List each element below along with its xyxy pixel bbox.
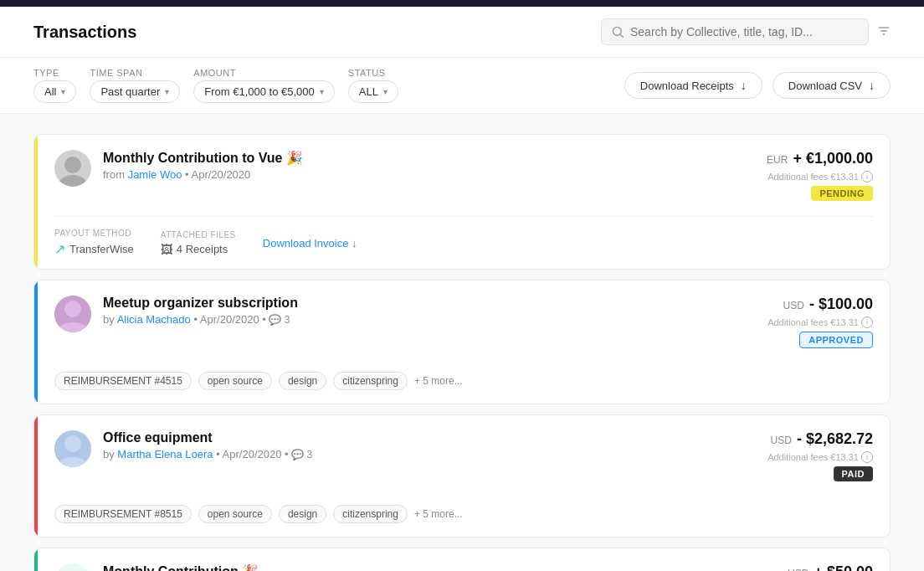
- chevron-down-icon: ▾: [320, 87, 324, 96]
- tx-content: Monthly Contribution to Vue 🎉 from Jamie…: [38, 135, 890, 269]
- download-csv-icon: ↓: [869, 79, 875, 92]
- tx-amount: - $100.00: [809, 296, 873, 313]
- tags-row: REIMBURSEMENT #8515 open source design c…: [38, 496, 890, 537]
- tx-main-row: Monthly Contribution 🎉 from Funds for go…: [38, 548, 890, 571]
- search-container: [601, 18, 891, 45]
- tx-from-link[interactable]: Jamie Woo: [128, 168, 182, 181]
- comment-icon: 💬 3: [291, 449, 312, 460]
- tag: open source: [198, 372, 272, 390]
- filter-icon[interactable]: [877, 24, 891, 40]
- status-badge: PAID: [834, 466, 873, 481]
- tx-content: Meetup organizer subscription by Alicia …: [38, 280, 890, 404]
- transaction-card: Monthly Contribution to Vue 🎉 from Jamie…: [33, 134, 891, 270]
- filter-status-value: ALL: [359, 85, 378, 98]
- page-title: Transactions: [33, 23, 136, 42]
- tx-inner: Monthly Contribution to Vue 🎉 from Jamie…: [34, 135, 890, 269]
- tag: open source: [198, 505, 272, 523]
- filter-type-value: All: [44, 85, 56, 98]
- status-badge: APPROVED: [799, 332, 873, 348]
- tx-content: Office equipment by Martha Elena Loera •…: [38, 415, 890, 537]
- tx-sub: by Martha Elena Loera • Apr/20/2020 • 💬 …: [103, 448, 756, 460]
- tx-amount-area: USD + $50.00 Additional fees €13.31 i CO…: [767, 563, 873, 571]
- filter-status-label: STATUS: [348, 68, 395, 78]
- tx-currency: USD: [788, 568, 808, 571]
- attached-files-value: 🖼 4 Receipts: [161, 243, 236, 256]
- reimbursement-tag: REIMBURSEMENT #4515: [54, 372, 192, 390]
- tx-content: Monthly Contribution 🎉 from Funds for go…: [38, 548, 890, 571]
- search-input[interactable]: [630, 25, 858, 39]
- tx-main-row: Monthly Contribution to Vue 🎉 from Jamie…: [38, 135, 890, 216]
- download-csv-label: Download CSV: [788, 80, 862, 92]
- download-receipts-label: Download Receipts: [640, 80, 734, 92]
- tx-inner: Monthly Contribution 🎉 from Funds for go…: [34, 548, 890, 571]
- reimbursement-tag: REIMBURSEMENT #8515: [54, 505, 192, 523]
- status-badge: PENDING: [811, 186, 873, 201]
- tx-inner: Office equipment by Martha Elena Loera •…: [34, 415, 890, 537]
- filter-timespan-select[interactable]: Past quarter ▾: [90, 80, 180, 103]
- svg-line-1: [620, 34, 623, 37]
- chevron-down-icon: ▾: [383, 87, 388, 96]
- tx-info: Meetup organizer subscription by Alicia …: [103, 296, 756, 326]
- tx-currency: EUR: [767, 154, 788, 166]
- filter-amount-label: AMOUNT: [193, 68, 331, 78]
- tx-from-link[interactable]: Alicia Machado: [117, 313, 191, 326]
- filter-type-select[interactable]: All ▾: [33, 80, 76, 103]
- tx-amount: + €1,000.00: [793, 150, 873, 167]
- tx-meta-row: PAYOUT METHOD ↗ TransferWise ATTACHED FI…: [38, 217, 890, 269]
- transaction-card: Meetup organizer subscription by Alicia …: [33, 280, 891, 404]
- attached-files-group: ATTACHED FILES 🖼 4 Receipts: [161, 230, 236, 256]
- top-bar: [0, 0, 924, 7]
- tx-fees: Additional fees €13.31 i: [767, 171, 873, 183]
- avatar: [54, 430, 91, 467]
- tx-amount-area: USD - $100.00 Additional fees €13.31 i A…: [767, 296, 873, 348]
- transaction-card: Monthly Contribution 🎉 from Funds for go…: [33, 548, 891, 571]
- tx-amount: + $50.00: [814, 563, 873, 571]
- tx-title: Monthly Contribution 🎉: [103, 563, 756, 571]
- tx-inner: Meetup organizer subscription by Alicia …: [34, 280, 890, 404]
- tx-main-row: Office equipment by Martha Elena Loera •…: [38, 415, 890, 496]
- tags-row: REIMBURSEMENT #4515 open source design c…: [38, 363, 890, 404]
- chevron-down-icon: ▾: [61, 87, 65, 96]
- transaction-card: Office equipment by Martha Elena Loera •…: [33, 414, 891, 538]
- tx-info: Office equipment by Martha Elena Loera •…: [103, 430, 756, 460]
- download-invoice-link[interactable]: Download Invoice ↓: [263, 237, 357, 249]
- info-icon: i: [861, 451, 873, 463]
- search-box[interactable]: [601, 18, 869, 45]
- tx-sub: from Jamie Woo • Apr/20/2020: [103, 168, 755, 181]
- chevron-down-icon: ▾: [165, 87, 169, 96]
- info-icon: i: [861, 171, 873, 183]
- payout-method-group: PAYOUT METHOD ↗ TransferWise: [54, 229, 134, 257]
- download-csv-button[interactable]: Download CSV ↓: [773, 72, 891, 99]
- tag: design: [279, 372, 326, 390]
- tx-amount-area: EUR + €1,000.00 Additional fees €13.31 i…: [767, 150, 873, 201]
- tx-amount: - $2,682.72: [797, 430, 873, 448]
- download-receipts-button[interactable]: Download Receipts ↓: [624, 72, 762, 99]
- tx-currency-amount: USD + $50.00: [788, 563, 873, 571]
- tx-fees: Additional fees €13.31 i: [767, 316, 873, 328]
- tag: citizenspring: [333, 505, 408, 523]
- tx-amount-area: USD - $2,682.72 Additional fees €13.31 i…: [767, 430, 873, 481]
- tx-from-link[interactable]: Martha Elena Loera: [117, 448, 213, 460]
- download-buttons: Download Receipts ↓ Download CSV ↓: [624, 72, 891, 99]
- tx-title: Meetup organizer subscription: [103, 296, 756, 311]
- filter-amount-select[interactable]: From €1,000 to €5,000 ▾: [193, 80, 335, 103]
- avatar: [54, 150, 91, 187]
- tag: citizenspring: [333, 372, 408, 390]
- filter-type-group: TYPE All ▾: [33, 68, 76, 103]
- filter-status-select[interactable]: ALL ▾: [348, 80, 398, 103]
- payout-method-value: ↗ TransferWise: [54, 241, 134, 257]
- tx-currency: USD: [783, 300, 804, 311]
- filters-bar: TYPE All ▾ TIME SPAN Past quarter ▾ AMOU…: [0, 58, 924, 114]
- tx-currency-amount: USD - $100.00: [783, 296, 873, 313]
- receipts-icon: 🖼: [161, 243, 172, 256]
- comment-icon: 💬 3: [269, 314, 290, 326]
- tx-title: Monthly Contribution to Vue 🎉: [103, 150, 755, 166]
- download-receipts-icon: ↓: [741, 79, 747, 92]
- avatar: [54, 563, 91, 571]
- tx-main-row: Meetup organizer subscription by Alicia …: [38, 280, 890, 363]
- avatar: [54, 296, 91, 332]
- more-tags: + 5 more...: [414, 375, 463, 387]
- filter-amount-group: AMOUNT From €1,000 to €5,000 ▾: [193, 68, 335, 103]
- tx-currency-amount: EUR + €1,000.00: [767, 150, 873, 167]
- tx-info: Monthly Contribution 🎉 from Funds for go…: [103, 563, 756, 571]
